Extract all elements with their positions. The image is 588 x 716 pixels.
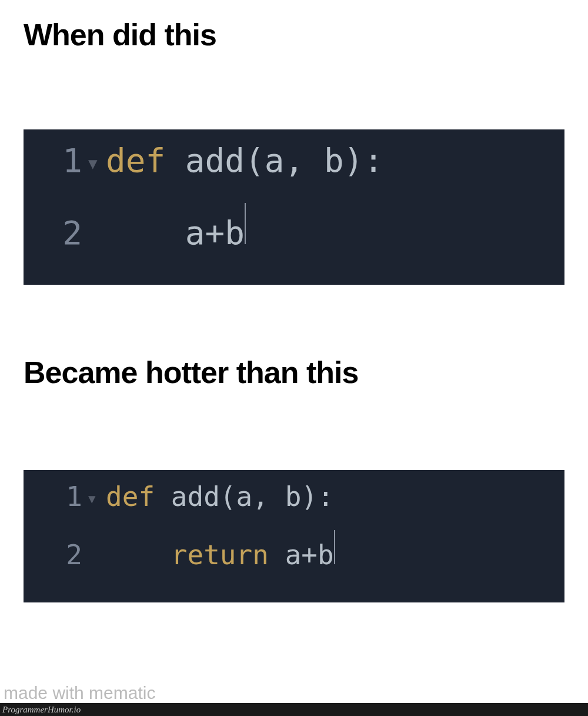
watermark-text: made with mematic — [4, 683, 155, 703]
code-text: return a+b — [106, 539, 334, 571]
code-line: 2 return a+b — [24, 530, 564, 571]
footer-text: ProgrammerHumor.io — [2, 705, 81, 715]
fold-icon: ▾ — [88, 152, 106, 174]
code-snippet-2: 1▾def add(a, b): 2 return a+b — [24, 470, 564, 602]
line-number: 1 — [24, 481, 88, 512]
footer-attribution: ProgrammerHumor.io — [0, 703, 588, 716]
line-number: 2 — [24, 539, 88, 571]
line-number: 1 — [24, 141, 88, 179]
code-text: a+b — [106, 214, 245, 252]
code-text: def add(a, b): — [106, 141, 383, 179]
line-number: 2 — [24, 214, 88, 252]
code-snippet-1: 1▾def add(a, b): 2 a+b — [24, 129, 564, 285]
caption-top: When did this — [0, 18, 588, 53]
code-line: 2 a+b — [24, 203, 564, 252]
code-line: 1▾def add(a, b): — [24, 129, 564, 179]
fold-icon: ▾ — [88, 490, 106, 507]
text-cursor — [245, 203, 246, 244]
text-cursor — [334, 530, 335, 564]
code-line: 1▾def add(a, b): — [24, 470, 564, 512]
code-text: def add(a, b): — [106, 481, 334, 512]
caption-middle: Became hotter than this — [0, 355, 588, 391]
